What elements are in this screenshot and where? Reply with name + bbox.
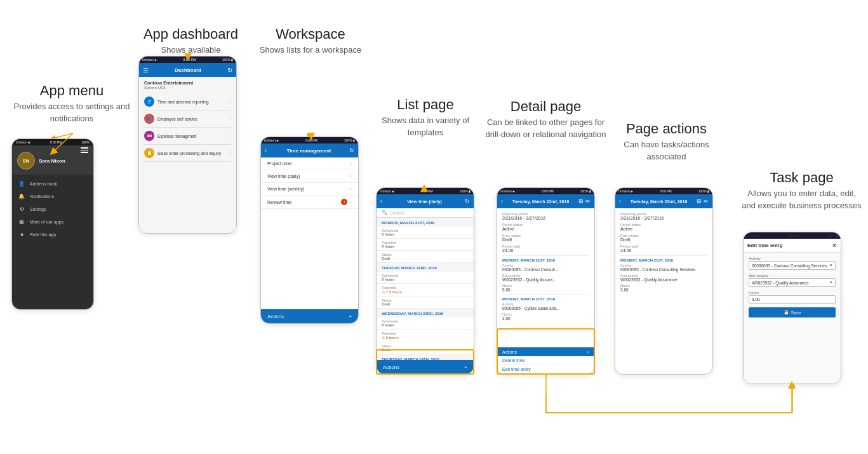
activity-select[interactable]: 00000093 - Contoso Consulting Services ▾ <box>749 261 836 270</box>
section-day-mon2: MONDAY, MARCH 21ST, 2016 <box>502 294 589 302</box>
menu-item-notifications[interactable]: 🔔 Notifications <box>12 190 93 203</box>
menu-label-settings: Settings <box>30 207 46 211</box>
field-activity: Activity 00000093 - Contoso Consulting S… <box>749 257 836 270</box>
chevron-icon: › <box>350 173 352 179</box>
list-item-project-timer[interactable]: Project timer › <box>261 157 358 170</box>
hamburger-icon <box>81 147 88 153</box>
time-row[interactable]: Reported 8 hours <box>377 239 474 251</box>
field-hours: Hours 3.00 <box>749 291 836 304</box>
pageactions-header: ‹ Tuesday, March 22nd, 2016 ⊞ ✏ <box>615 194 712 208</box>
menu-item-addressbook[interactable]: 👤 Address book <box>12 177 93 190</box>
field-subactivity: Sub-activity W0023932 - Quality Assuranc… <box>749 274 836 287</box>
sub-row-hours1: Hours 5.00 <box>502 284 589 292</box>
menu-item-rate[interactable]: ★ Rate this app <box>12 228 93 241</box>
task-header: Edit time entry ✕ <box>744 239 841 253</box>
share-icon[interactable]: ⊞ <box>578 198 584 204</box>
chevron-icon-3: › <box>229 133 231 139</box>
dashboard-menu-item-2[interactable]: 👥 Employee self service › <box>144 110 231 128</box>
list-item-review[interactable]: Review time 1 › <box>261 196 358 209</box>
list-item-view-daily[interactable]: View time (daily) › <box>261 170 358 183</box>
time-row[interactable]: Scheduled 8 hours <box>377 272 474 284</box>
add-icon[interactable]: + <box>349 314 352 319</box>
expense-icon: 💳 <box>144 131 154 141</box>
refresh-icon[interactable]: ↻ <box>227 67 232 74</box>
back-icon[interactable]: ‹ <box>380 198 382 204</box>
dashboard-header: ☰ Dashboard ↻ <box>139 63 236 77</box>
status-network: InVision ◈ <box>16 140 30 144</box>
time-row[interactable]: Scheduled 8 hours <box>377 227 474 239</box>
pageactions-content: Reporting period 3/21/2016 - 3/27/2016 P… <box>615 208 712 374</box>
sub-row-subactivity1: Sub-activity W0023932 - Quality Assura..… <box>502 274 589 282</box>
label-page-actions: Page actions Can have tasks/actions asso… <box>604 121 728 163</box>
status-bar: InVision ◈ 8:00 PM 100% <box>12 139 93 145</box>
section-day-mon: MONDAY, MARCH 21ST, 2016 <box>620 255 707 264</box>
label-workspace: Workspace Shows lists for a workspace <box>253 26 368 57</box>
menu-icon[interactable]: ☰ <box>143 67 149 74</box>
menu-item-settings[interactable]: ⚙ Settings <box>12 203 93 215</box>
status-bar: InVision ◈ 8:00 PM 100% ▮ <box>615 188 712 194</box>
day-section-wed: WEDNESDAY, MARCH 23RD, 2016 <box>377 309 474 317</box>
edit-icon[interactable]: ✏ <box>585 198 591 204</box>
time-row[interactable]: Reported ⚠ 0 hours <box>377 330 474 342</box>
field-entry-status: Entry status Draft <box>620 234 707 242</box>
workspace-name: Contoso Entertainment <box>144 81 231 85</box>
phone-detail: InVision ◈ 8:00 PM 100% ▮ ‹ Tuesday, Mar… <box>497 187 595 375</box>
label-detail-page: Detail page Can be linked to other pages… <box>484 98 608 140</box>
field-period-status: Period status Active <box>620 223 707 231</box>
add-icon[interactable]: + <box>464 364 467 370</box>
edit-icon[interactable]: ✏ <box>704 198 709 204</box>
list-item-view-weekly[interactable]: View time (weekly) › <box>261 183 358 196</box>
detail-header: ‹ Tuesday, March 22nd, 2016 ⊞ ✏ <box>497 194 594 208</box>
addressbook-icon: 👤 <box>18 180 25 187</box>
add-icon[interactable]: + <box>587 350 589 354</box>
menu-label-addressbook: Address book <box>30 182 57 186</box>
sales-icon: 📋 <box>144 148 154 158</box>
refresh-icon[interactable]: ↻ <box>349 147 354 154</box>
actions-bar: Actions + <box>377 360 474 374</box>
dashboard-menu-item-4[interactable]: 📋 Sales order processing and inquiry › <box>144 145 231 162</box>
avatar: SN <box>17 152 35 170</box>
rate-icon: ★ <box>18 231 25 237</box>
share-icon[interactable]: ⊞ <box>697 198 702 204</box>
phone-view-time: InVision ◈ 8:00 PM 100% ▮ ‹ View time (d… <box>376 187 474 375</box>
badge: 1 <box>341 199 347 205</box>
menu-label-rate: Rate this app <box>30 232 56 237</box>
chevron-down-icon: ▾ <box>830 263 832 268</box>
label-list-page: List page Shows data in variety of templ… <box>369 97 482 138</box>
field-reporting-period: Reporting period 3/21/2016 - 3/27/2016 <box>502 212 589 220</box>
search-bar: 🔍 Search <box>377 208 474 218</box>
menu-label-moreapps: More of our apps <box>30 220 63 224</box>
field-period-total: Period total 24.00 <box>620 244 707 253</box>
phone-task: InVision ◈ 8:00 PM 100% ▮ Edit time entr… <box>743 232 841 384</box>
back-icon[interactable]: ‹ <box>265 147 267 154</box>
refresh-icon[interactable]: ↻ <box>465 198 470 204</box>
detail-title: Tuesday, March 22nd, 2016 <box>503 199 578 204</box>
time-row[interactable]: Status Draft <box>377 297 474 309</box>
save-button[interactable]: 💾 Save <box>749 307 836 317</box>
actions-label: Actions <box>267 314 284 319</box>
time-row[interactable]: Status Draft <box>377 251 474 263</box>
action-edit-time[interactable]: Edit time entry <box>497 365 594 374</box>
workspace-sub: System USA <box>144 86 231 90</box>
sub-row-activity2: Activity 00000095 - Cycles Sales and... <box>502 302 589 310</box>
viewtime-content: MONDAY, MARCH 21ST, 2016 Scheduled 8 hou… <box>377 218 474 374</box>
sub-row-activity1: Activity 00000095 - Contoso Consult... <box>502 264 589 272</box>
dashboard-menu-item-1[interactable]: ⏱ Time and absense reporting › <box>144 93 231 110</box>
time-row[interactable]: Status Draft <box>377 342 474 354</box>
menu-item-moreapps[interactable]: ▦ More of our apps <box>12 215 93 228</box>
user-name: Sara Nixon <box>39 158 65 164</box>
action-delete-time[interactable]: Delete time <box>497 356 594 365</box>
dashboard-menu-item-3[interactable]: 💳 Expense managment › <box>144 128 231 145</box>
search-icon: 🔍 <box>382 210 387 215</box>
timemgmt-title: Time management <box>269 148 349 154</box>
hours-input[interactable]: 3.00 <box>749 295 836 304</box>
menu-items: 👤 Address book 🔔 Notifications ⚙ Setting… <box>12 175 93 243</box>
save-icon: 💾 <box>784 310 789 315</box>
status-bar: InVision ◈ 8:00 PM 100% ▮ <box>497 188 594 194</box>
subactivity-select[interactable]: W0023932 - Quality Assurance ▾ <box>749 278 836 287</box>
time-row[interactable]: Scheduled 8 hours <box>377 317 474 330</box>
day-section-tue: TUESDAY, MARCH 22ND, 2016 <box>377 263 474 272</box>
time-row[interactable]: Reported ⚠ 7.5 hours <box>377 284 474 297</box>
field-reporting-period: Reporting period 3/21/2016 - 3/27/2016 <box>620 212 707 220</box>
close-icon[interactable]: ✕ <box>832 242 837 249</box>
